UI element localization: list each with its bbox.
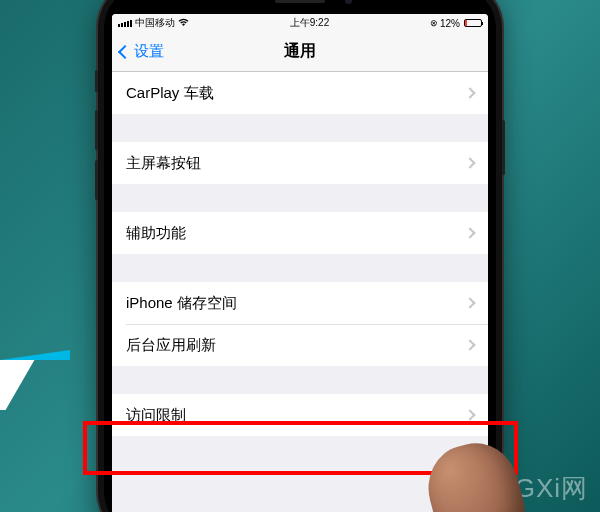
cell-accessibility[interactable]: 辅助功能	[112, 212, 488, 254]
battery-icon	[464, 19, 482, 27]
chevron-right-icon	[464, 87, 475, 98]
lock-icon: ⊗	[430, 18, 438, 28]
chevron-right-icon	[464, 227, 475, 238]
cell-background-refresh[interactable]: 后台应用刷新	[112, 324, 488, 366]
phone-frame: 中国移动 上午9:22 ⊗ 12% 设置 通用	[98, 0, 502, 512]
cell-label: 主屏幕按钮	[126, 154, 466, 173]
back-label: 设置	[134, 42, 164, 61]
watermark: GXi网	[515, 471, 588, 506]
cell-label: 辅助功能	[126, 224, 466, 243]
signal-icon	[118, 20, 132, 27]
chevron-right-icon	[464, 157, 475, 168]
carrier-label: 中国移动	[135, 16, 175, 30]
cell-carplay[interactable]: CarPlay 车载	[112, 72, 488, 114]
cell-home-button[interactable]: 主屏幕按钮	[112, 142, 488, 184]
chevron-right-icon	[464, 339, 475, 350]
chevron-right-icon	[464, 297, 475, 308]
status-bar: 中国移动 上午9:22 ⊗ 12%	[112, 14, 488, 32]
cell-label: 访问限制	[126, 406, 466, 425]
battery-pct: 12%	[440, 18, 460, 29]
wifi-icon	[178, 18, 189, 29]
cell-storage[interactable]: iPhone 储存空间	[112, 282, 488, 324]
settings-list[interactable]: CarPlay 车载 主屏幕按钮 辅助功能 iPhone 储存空间	[112, 72, 488, 512]
page-title: 通用	[112, 41, 488, 62]
cell-label: iPhone 储存空间	[126, 294, 466, 313]
cell-label: 后台应用刷新	[126, 336, 466, 355]
cell-restrictions[interactable]: 访问限制	[112, 394, 488, 436]
time-label: 上午9:22	[189, 16, 430, 30]
cell-label: CarPlay 车载	[126, 84, 466, 103]
chevron-left-icon	[118, 44, 132, 58]
chevron-right-icon	[464, 409, 475, 420]
back-button[interactable]: 设置	[120, 42, 164, 61]
screen: 中国移动 上午9:22 ⊗ 12% 设置 通用	[112, 14, 488, 512]
nav-bar: 设置 通用	[112, 32, 488, 72]
